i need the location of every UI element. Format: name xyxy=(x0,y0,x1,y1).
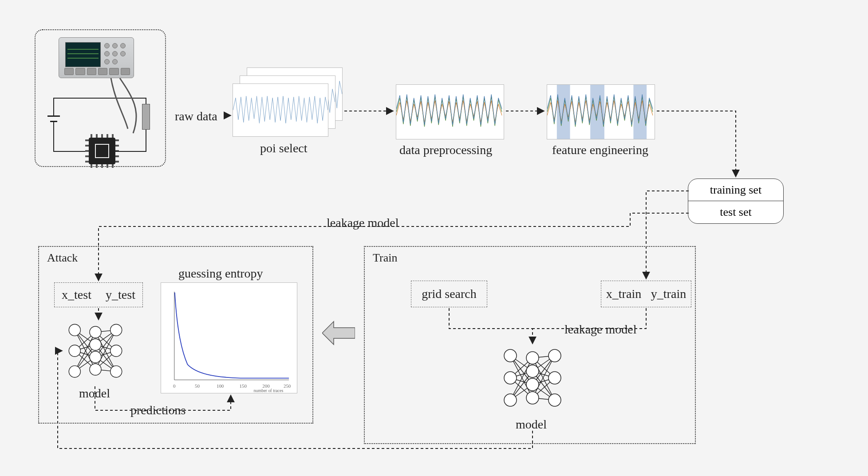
raw-data-label: raw data xyxy=(175,109,217,123)
svg-point-63 xyxy=(90,364,101,375)
svg-point-30 xyxy=(526,378,539,391)
train-neural-net-icon xyxy=(497,345,568,411)
feature-label: feature engineering xyxy=(552,143,648,157)
svg-text:150: 150 xyxy=(240,383,247,389)
svg-point-61 xyxy=(90,339,101,350)
diagram-canvas: raw data poi select data preprocessing xyxy=(0,0,868,476)
svg-text:100: 100 xyxy=(217,383,224,389)
train-box-title: Train xyxy=(373,251,397,265)
xtest-label: x_test xyxy=(62,288,91,302)
svg-point-27 xyxy=(504,394,517,406)
svg-text:0: 0 xyxy=(173,383,176,389)
preprocessing-panel xyxy=(396,84,504,139)
feature-panel xyxy=(547,84,655,139)
svg-point-34 xyxy=(548,394,561,406)
svg-point-57 xyxy=(69,324,80,336)
svg-point-59 xyxy=(69,366,80,377)
svg-point-66 xyxy=(110,366,122,377)
transfer-arrow-icon xyxy=(322,320,355,346)
svg-point-32 xyxy=(548,349,561,362)
dataset-split-box: training set test set xyxy=(688,178,784,224)
svg-marker-76 xyxy=(322,321,355,345)
svg-point-60 xyxy=(90,326,101,338)
training-set-label: training set xyxy=(688,179,783,201)
poi-select-label: poi select xyxy=(260,141,308,155)
svg-point-25 xyxy=(504,349,517,362)
svg-point-26 xyxy=(504,372,517,384)
svg-point-65 xyxy=(110,345,122,357)
train-model-label: model xyxy=(516,417,547,432)
svg-point-58 xyxy=(69,345,80,357)
circuit-icon xyxy=(44,93,155,160)
attack-model-label: model xyxy=(79,386,110,401)
svg-text:number of traces: number of traces xyxy=(254,388,284,393)
svg-point-62 xyxy=(90,351,101,363)
train-data-box: x_train y_train xyxy=(601,281,691,307)
attack-neural-net-icon xyxy=(62,320,129,382)
predictions-label: predictions xyxy=(130,403,185,417)
attack-box-title: Attack xyxy=(47,251,78,265)
svg-text:250: 250 xyxy=(284,383,291,389)
grid-search-box: grid search xyxy=(411,281,487,307)
svg-point-28 xyxy=(526,352,539,364)
svg-point-29 xyxy=(526,365,539,377)
svg-point-33 xyxy=(548,372,561,384)
leakage-model-edge-label: leakage model xyxy=(327,216,398,230)
train-leakage-label: leakage model xyxy=(564,322,636,337)
svg-point-64 xyxy=(110,324,122,336)
oscilloscope-icon xyxy=(59,37,134,78)
test-set-label: test set xyxy=(688,201,783,223)
svg-text:50: 50 xyxy=(195,383,200,389)
grid-search-label: grid search xyxy=(422,287,477,301)
guessing-entropy-label: guessing entropy xyxy=(178,266,263,281)
poi-panel-1 xyxy=(233,83,328,137)
ytest-label: y_test xyxy=(106,288,135,302)
test-data-box: x_test y_test xyxy=(54,282,143,307)
ytrain-label: y_train xyxy=(651,287,686,301)
svg-point-31 xyxy=(526,392,539,404)
preprocessing-label: data preprocessing xyxy=(399,143,492,157)
guessing-entropy-chart: 0 50 100 150 200 250 number of traces xyxy=(161,282,297,393)
xtrain-label: x_train xyxy=(606,287,641,301)
